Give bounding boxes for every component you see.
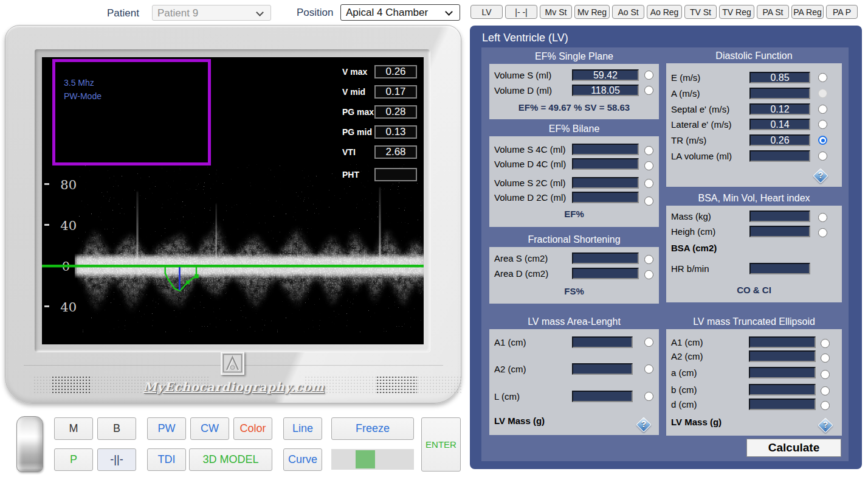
gain-slider-track[interactable] xyxy=(331,449,414,470)
section-ef-bilane: Volume S 4C (ml) Volume D 4C (ml) Volume… xyxy=(489,136,659,227)
tr-radio[interactable] xyxy=(818,136,827,145)
trace-handle[interactable] xyxy=(195,274,199,279)
freeze-button[interactable]: Freeze xyxy=(331,417,414,440)
preset-mv-reg-button[interactable]: Mv Reg xyxy=(574,5,610,19)
heigh-field[interactable] xyxy=(749,226,810,237)
trace-handle[interactable] xyxy=(186,280,190,284)
area-d-field[interactable] xyxy=(572,268,639,279)
section-ef-single-plane: Volume S (ml) 59.42 Volume D (ml) 118.05… xyxy=(489,64,659,119)
septal-e-radio[interactable] xyxy=(818,105,827,114)
a-radio[interactable] xyxy=(818,89,827,98)
te-d-radio[interactable] xyxy=(821,401,830,410)
gain-slider-handle[interactable] xyxy=(356,450,375,468)
septal-e-field[interactable]: 0.12 xyxy=(749,103,810,115)
position-select[interactable]: Apical 4 Chamber xyxy=(340,4,460,21)
te-b-radio[interactable] xyxy=(821,386,830,395)
te-a1-radio[interactable] xyxy=(821,339,830,348)
pgmid-value: 0.13 xyxy=(374,125,417,139)
line-button[interactable]: Line xyxy=(283,417,322,440)
scale-40-top: 40 xyxy=(60,218,77,233)
volume-s2c-radio[interactable] xyxy=(644,179,653,188)
ultrasound-screen[interactable]: 80 40 0 40 3.5 Mhz PW-Mode V max 0.26 V … xyxy=(42,57,424,344)
hr-label: HR b/min xyxy=(671,263,709,274)
enter-button[interactable]: ENTER xyxy=(421,417,461,472)
volume-s2c-field[interactable] xyxy=(572,177,639,189)
te-b-field[interactable] xyxy=(749,384,816,395)
p-mode-button[interactable]: P xyxy=(54,448,93,471)
volume-s-label: Volume S (ml) xyxy=(494,69,551,81)
preset-pa-st-button[interactable]: PA St xyxy=(757,5,789,19)
te-a1-field[interactable] xyxy=(749,336,816,348)
pw-mode-button[interactable]: PW xyxy=(147,417,186,440)
volume-s4c-field[interactable] xyxy=(572,144,639,155)
preset-pa-reg-button[interactable]: PA Reg xyxy=(791,5,824,19)
volume-s4c-radio[interactable] xyxy=(644,146,653,155)
volume-d4c-radio[interactable] xyxy=(644,161,653,170)
preset-tv-st-button[interactable]: TV St xyxy=(684,5,717,19)
te-a2-field[interactable] xyxy=(749,350,816,362)
volume-d2c-field[interactable] xyxy=(572,192,639,203)
te-a-radio[interactable] xyxy=(821,370,830,379)
preset-tv-reg-button[interactable]: TV Reg xyxy=(719,5,754,19)
a1-radio[interactable] xyxy=(644,338,653,347)
la-volume-radio[interactable] xyxy=(818,151,827,161)
l-field[interactable] xyxy=(572,391,633,402)
help-icon[interactable]: ? xyxy=(813,168,828,184)
section-title-diastolic-function: Diastolic Function xyxy=(666,49,842,63)
te-a2-label: A2 (cm) xyxy=(671,350,703,362)
volume-d-radio[interactable] xyxy=(644,86,653,95)
area-s-field[interactable] xyxy=(572,252,639,264)
patient-select[interactable]: Patient 9 xyxy=(152,5,271,21)
preset-lv-button[interactable]: LV xyxy=(470,5,503,19)
e-field[interactable]: 0.85 xyxy=(749,72,810,83)
volume-d4c-field[interactable] xyxy=(572,158,639,170)
heigh-radio[interactable] xyxy=(818,228,827,237)
ultrasound-probe[interactable] xyxy=(16,416,43,472)
tdi-mode-button[interactable]: TDI xyxy=(147,448,186,471)
help-icon[interactable]: ? xyxy=(818,417,833,433)
time-cursor[interactable] xyxy=(179,267,181,290)
3d-model-button[interactable]: 3D MODEL xyxy=(189,448,272,471)
volume-d-field[interactable]: 118.05 xyxy=(572,85,639,96)
volume-d2c-radio[interactable] xyxy=(644,197,653,206)
lateral-e-field[interactable]: 0.14 xyxy=(749,119,810,130)
section-title-lv-mass-truncated: LV mass Truncated Ellipsoid xyxy=(666,315,842,329)
preset-ao-reg-button[interactable]: Ao Reg xyxy=(647,5,682,19)
preset-ao-st-button[interactable]: Ao St xyxy=(612,5,644,19)
color-mode-button[interactable]: Color xyxy=(233,417,272,440)
mass-field[interactable] xyxy=(749,211,810,222)
te-a-field[interactable] xyxy=(749,367,816,378)
hr-field[interactable] xyxy=(749,263,810,274)
vmax-label: V max xyxy=(342,65,374,78)
e-radio[interactable] xyxy=(818,73,827,82)
curve-button[interactable]: Curve xyxy=(283,448,322,471)
te-d-field[interactable] xyxy=(749,399,816,410)
brand-text: MyEchocardiography.com xyxy=(5,380,462,394)
m-mode-button[interactable]: M xyxy=(54,417,93,440)
a-field[interactable] xyxy=(749,88,810,99)
preset-pa-p-button[interactable]: PA P xyxy=(826,5,858,19)
te-a2-radio[interactable] xyxy=(821,353,830,363)
calculate-button[interactable]: Calculate xyxy=(746,439,841,457)
volume-s-field[interactable]: 59.42 xyxy=(572,69,639,81)
cw-mode-button[interactable]: CW xyxy=(190,417,229,440)
lateral-e-radio[interactable] xyxy=(818,120,827,129)
a1-field[interactable] xyxy=(572,336,633,348)
a2-radio[interactable] xyxy=(644,364,653,374)
help-icon[interactable]: ? xyxy=(636,417,652,433)
la-volume-field[interactable] xyxy=(749,150,810,162)
a2-field[interactable] xyxy=(572,363,633,375)
preset-mv-st-button[interactable]: Mv St xyxy=(540,5,572,19)
preset-calipers-button[interactable]: |- -| xyxy=(505,5,537,19)
section-fractional-shortening: Area S (cm2) Area D (cm2) FS% xyxy=(489,247,659,304)
tr-field[interactable]: 0.26 xyxy=(749,134,810,146)
area-d-radio[interactable] xyxy=(644,270,653,279)
vti-label: VTI xyxy=(342,145,374,159)
l-radio[interactable] xyxy=(644,392,653,401)
area-s-radio[interactable] xyxy=(644,255,653,264)
mass-radio[interactable] xyxy=(818,213,827,222)
b-mode-button[interactable]: B xyxy=(97,417,136,440)
baseline-cursor[interactable] xyxy=(42,265,424,267)
calipers-button[interactable]: -||- xyxy=(97,448,136,471)
volume-s-radio[interactable] xyxy=(644,71,653,80)
